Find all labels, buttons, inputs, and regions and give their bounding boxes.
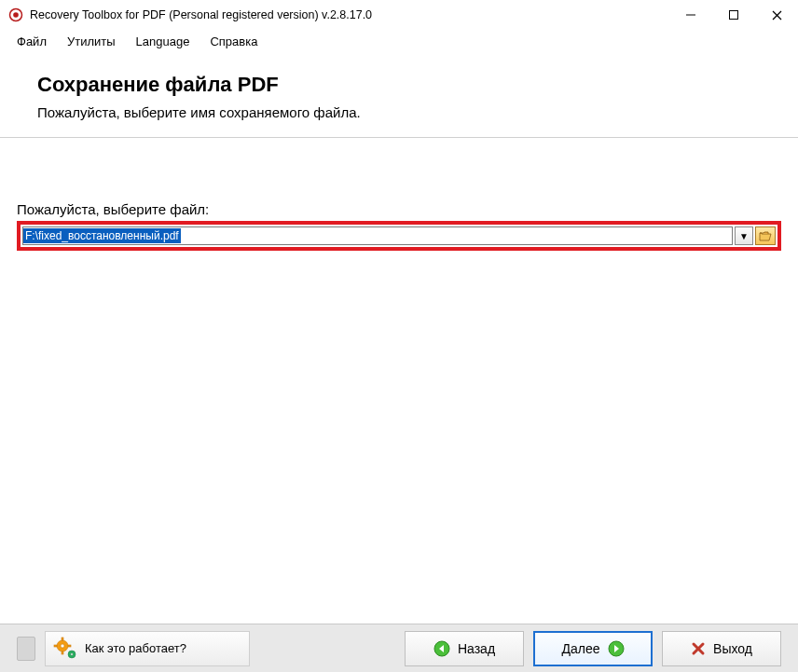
browse-button[interactable] (755, 226, 776, 245)
minimize-button[interactable] (669, 0, 712, 30)
file-path-input[interactable]: F:\fixed_восстановленный.pdf (22, 226, 733, 245)
exit-label: Выход (713, 641, 752, 656)
next-label: Далее (561, 641, 599, 656)
file-path-value: F:\fixed_восстановленный.pdf (23, 228, 181, 243)
file-field-highlight: F:\fixed_восстановленный.pdf ▼ (17, 221, 781, 251)
close-button[interactable] (755, 0, 798, 30)
folder-open-icon (759, 230, 772, 241)
next-button[interactable]: Далее (533, 631, 653, 666)
chevron-down-icon: ▼ (739, 231, 749, 241)
svg-rect-9 (62, 651, 63, 654)
svg-rect-10 (54, 645, 57, 647)
file-field-label: Пожалуйста, выберите файл: (17, 201, 781, 217)
back-button[interactable]: Назад (405, 631, 524, 666)
menubar: Файл Утилиты Language Справка (0, 30, 798, 52)
page-header: Сохранение файла PDF Пожалуйста, выберит… (0, 52, 798, 138)
menu-language[interactable]: Language (127, 33, 200, 50)
how-it-works-label: Как это работает? (85, 641, 186, 655)
svg-point-1 (13, 12, 19, 18)
exit-button[interactable]: Выход (662, 631, 781, 666)
svg-point-7 (61, 644, 64, 648)
svg-rect-8 (62, 638, 63, 640)
page-subtitle: Пожалуйста, выберите имя сохраняемого фа… (37, 104, 761, 120)
svg-rect-11 (68, 645, 71, 647)
arrow-right-icon (608, 640, 625, 657)
back-label: Назад (458, 641, 495, 656)
footer: Как это работает? Назад Далее Выход (0, 624, 798, 672)
page-indicator-icon (17, 637, 35, 661)
maximize-button[interactable] (712, 0, 755, 30)
menu-file[interactable]: Файл (7, 33, 56, 50)
titlebar: Recovery Toolbox for PDF (Personal regis… (0, 0, 798, 30)
page-title: Сохранение файла PDF (37, 73, 761, 97)
svg-rect-3 (730, 11, 738, 20)
menu-utilities[interactable]: Утилиты (58, 33, 125, 50)
gear-icon (51, 637, 79, 661)
app-icon (7, 7, 24, 23)
menu-help[interactable]: Справка (200, 33, 267, 50)
arrow-left-icon (433, 640, 450, 657)
content-area: Пожалуйста, выберите файл: F:\fixed_восс… (0, 138, 798, 624)
close-x-icon (691, 641, 706, 656)
window-buttons (669, 0, 798, 30)
svg-point-13 (71, 652, 74, 655)
how-it-works-button[interactable]: Как это работает? (45, 631, 250, 666)
window-title: Recovery Toolbox for PDF (Personal regis… (30, 8, 669, 21)
dropdown-button[interactable]: ▼ (735, 226, 753, 245)
